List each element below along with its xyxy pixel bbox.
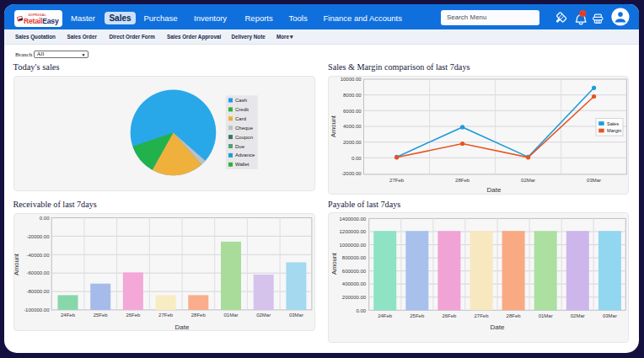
svg-text:02Mar: 02Mar xyxy=(521,178,535,183)
svg-text:-2000.00: -2000.00 xyxy=(341,171,362,176)
svg-text:25Feb: 25Feb xyxy=(410,313,425,318)
svg-text:02Mar: 02Mar xyxy=(571,313,585,318)
svg-text:27Feb: 27Feb xyxy=(389,178,405,183)
svg-text:02Mar: 02Mar xyxy=(256,313,271,318)
svg-text:1200000.00: 1200000.00 xyxy=(339,229,366,234)
svg-text:03Mar: 03Mar xyxy=(289,313,303,318)
svg-text:Amount: Amount xyxy=(330,115,337,137)
svg-text:Date: Date xyxy=(175,323,190,330)
svg-text:0.00: 0.00 xyxy=(357,308,367,313)
svg-text:25Feb: 25Feb xyxy=(94,313,109,318)
svg-text:-40000.00: -40000.00 xyxy=(26,253,50,258)
svg-text:2000.00: 2000.00 xyxy=(342,140,361,145)
svg-text:8000.00: 8000.00 xyxy=(342,93,361,98)
svg-text:Cash: Cash xyxy=(235,98,247,103)
svg-text:24Feb: 24Feb xyxy=(378,313,393,318)
svg-text:10000.00: 10000.00 xyxy=(340,77,362,82)
svg-text:600000.00: 600000.00 xyxy=(342,269,367,274)
svg-text:RetailEasy: RetailEasy xyxy=(24,17,59,25)
svg-text:0.00: 0.00 xyxy=(40,216,50,221)
svg-text:28Feb: 28Feb xyxy=(455,178,470,183)
svg-text:27Feb: 27Feb xyxy=(474,313,489,318)
svg-text:03Mar: 03Mar xyxy=(603,313,617,318)
svg-text:Coupon: Coupon xyxy=(235,135,253,140)
svg-text:Due: Due xyxy=(235,144,245,149)
svg-text:Date: Date xyxy=(486,186,501,194)
svg-text:28Feb: 28Feb xyxy=(191,313,207,318)
svg-text:Amount: Amount xyxy=(330,252,338,275)
svg-text:Margin: Margin xyxy=(607,128,621,133)
svg-text:28Feb: 28Feb xyxy=(507,313,522,318)
svg-text:Advance: Advance xyxy=(235,152,255,158)
svg-text:Cheque: Cheque xyxy=(235,126,254,131)
svg-text:01Mar: 01Mar xyxy=(539,313,553,318)
svg-text:-80000.00: -80000.00 xyxy=(26,289,50,294)
svg-text:200000.00: 200000.00 xyxy=(342,295,367,300)
svg-text:0.00: 0.00 xyxy=(352,156,362,161)
svg-text:-60000.00: -60000.00 xyxy=(26,270,50,275)
svg-text:4000.00: 4000.00 xyxy=(342,124,361,129)
svg-text:26Feb: 26Feb xyxy=(126,313,141,318)
svg-text:1000000.00: 1000000.00 xyxy=(339,243,366,248)
svg-text:01Mar: 01Mar xyxy=(223,313,238,318)
svg-text:Amount: Amount xyxy=(14,253,20,275)
svg-text:Date: Date xyxy=(491,323,505,331)
svg-text:Card: Card xyxy=(235,116,246,121)
svg-text:24Feb: 24Feb xyxy=(61,313,76,318)
svg-text:-100000.00: -100000.00 xyxy=(24,307,50,313)
svg-text:1400000.00: 1400000.00 xyxy=(339,216,366,222)
svg-text:Sales: Sales xyxy=(607,121,619,126)
svg-text:26Feb: 26Feb xyxy=(442,313,457,318)
svg-text:-20000.00: -20000.00 xyxy=(26,234,50,239)
svg-text:800000.00: 800000.00 xyxy=(342,255,367,260)
svg-text:03Mar: 03Mar xyxy=(587,178,601,183)
svg-text:Credit: Credit xyxy=(235,107,249,112)
svg-text:27Feb: 27Feb xyxy=(158,313,174,318)
svg-text:Wallet: Wallet xyxy=(235,162,250,167)
svg-text:6000.00: 6000.00 xyxy=(342,109,361,114)
svg-text:400000.00: 400000.00 xyxy=(342,281,367,286)
